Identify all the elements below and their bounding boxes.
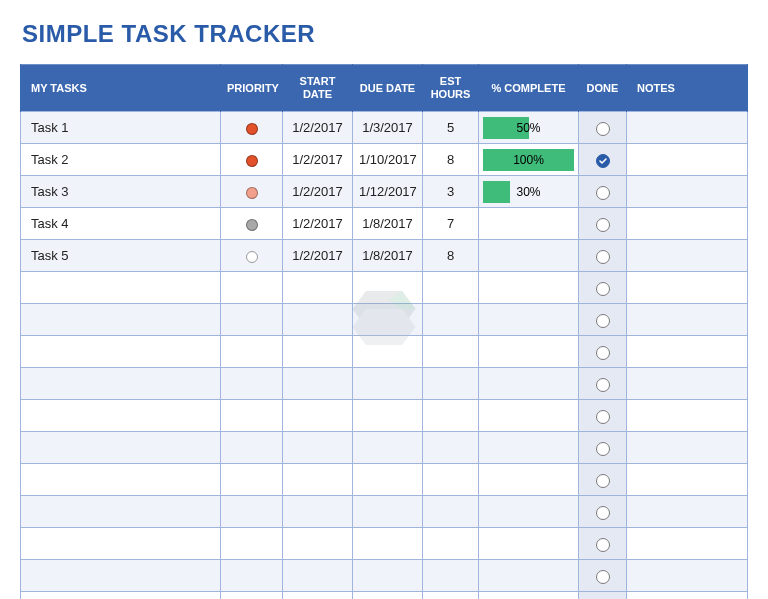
done-radio-icon[interactable]: [596, 282, 610, 296]
cell-percent-complete[interactable]: [479, 272, 579, 304]
cell-task[interactable]: [21, 560, 221, 592]
cell-est-hours[interactable]: [423, 528, 479, 560]
cell-start-date[interactable]: 1/2/2017: [283, 112, 353, 144]
cell-est-hours[interactable]: 8: [423, 144, 479, 176]
cell-priority[interactable]: [221, 304, 283, 336]
cell-notes[interactable]: [627, 368, 748, 400]
cell-notes[interactable]: [627, 112, 748, 144]
cell-due-date[interactable]: 1/10/2017: [353, 144, 423, 176]
cell-due-date[interactable]: [353, 272, 423, 304]
cell-notes[interactable]: [627, 432, 748, 464]
cell-done[interactable]: [579, 144, 627, 176]
cell-start-date[interactable]: [283, 496, 353, 528]
cell-percent-complete[interactable]: [479, 304, 579, 336]
cell-task[interactable]: Task 2: [21, 144, 221, 176]
cell-task[interactable]: [21, 432, 221, 464]
cell-est-hours[interactable]: [423, 464, 479, 496]
cell-task[interactable]: [21, 304, 221, 336]
done-radio-icon[interactable]: [596, 314, 610, 328]
cell-due-date[interactable]: [353, 464, 423, 496]
done-checked-icon[interactable]: [596, 154, 610, 168]
cell-done[interactable]: [579, 432, 627, 464]
cell-start-date[interactable]: [283, 368, 353, 400]
cell-percent-complete[interactable]: [479, 464, 579, 496]
cell-percent-complete[interactable]: [479, 496, 579, 528]
cell-percent-complete[interactable]: [479, 400, 579, 432]
done-radio-icon[interactable]: [596, 122, 610, 136]
cell-start-date[interactable]: [283, 592, 353, 599]
done-radio-icon[interactable]: [596, 346, 610, 360]
cell-done[interactable]: [579, 400, 627, 432]
cell-task[interactable]: [21, 592, 221, 599]
cell-start-date[interactable]: [283, 336, 353, 368]
cell-task[interactable]: [21, 272, 221, 304]
cell-percent-complete[interactable]: 50%: [479, 112, 579, 144]
cell-due-date[interactable]: [353, 400, 423, 432]
cell-priority[interactable]: [221, 400, 283, 432]
cell-done[interactable]: [579, 560, 627, 592]
cell-due-date[interactable]: 1/8/2017: [353, 208, 423, 240]
cell-priority[interactable]: [221, 144, 283, 176]
cell-notes[interactable]: [627, 400, 748, 432]
done-radio-icon[interactable]: [596, 570, 610, 584]
cell-task[interactable]: [21, 400, 221, 432]
cell-est-hours[interactable]: [423, 496, 479, 528]
cell-due-date[interactable]: [353, 368, 423, 400]
cell-notes[interactable]: [627, 560, 748, 592]
cell-priority[interactable]: [221, 176, 283, 208]
cell-notes[interactable]: [627, 272, 748, 304]
cell-notes[interactable]: [627, 464, 748, 496]
cell-done[interactable]: [579, 464, 627, 496]
done-radio-icon[interactable]: [596, 474, 610, 488]
cell-priority[interactable]: [221, 496, 283, 528]
cell-notes[interactable]: [627, 208, 748, 240]
cell-done[interactable]: [579, 208, 627, 240]
cell-percent-complete[interactable]: [479, 368, 579, 400]
cell-start-date[interactable]: [283, 528, 353, 560]
cell-percent-complete[interactable]: [479, 592, 579, 599]
cell-notes[interactable]: [627, 336, 748, 368]
cell-priority[interactable]: [221, 208, 283, 240]
cell-due-date[interactable]: 1/3/2017: [353, 112, 423, 144]
cell-done[interactable]: [579, 112, 627, 144]
cell-priority[interactable]: [221, 432, 283, 464]
cell-start-date[interactable]: [283, 432, 353, 464]
cell-due-date[interactable]: [353, 560, 423, 592]
cell-due-date[interactable]: 1/8/2017: [353, 240, 423, 272]
done-radio-icon[interactable]: [596, 378, 610, 392]
done-radio-icon[interactable]: [596, 410, 610, 424]
cell-percent-complete[interactable]: 100%: [479, 144, 579, 176]
done-radio-icon[interactable]: [596, 442, 610, 456]
cell-est-hours[interactable]: [423, 560, 479, 592]
cell-done[interactable]: [579, 528, 627, 560]
cell-percent-complete[interactable]: [479, 432, 579, 464]
cell-priority[interactable]: [221, 528, 283, 560]
cell-est-hours[interactable]: [423, 592, 479, 599]
cell-task[interactable]: [21, 528, 221, 560]
cell-priority[interactable]: [221, 272, 283, 304]
cell-percent-complete[interactable]: [479, 208, 579, 240]
cell-due-date[interactable]: [353, 336, 423, 368]
cell-task[interactable]: [21, 464, 221, 496]
cell-done[interactable]: [579, 176, 627, 208]
cell-due-date[interactable]: [353, 304, 423, 336]
cell-task[interactable]: [21, 336, 221, 368]
cell-notes[interactable]: [627, 528, 748, 560]
cell-priority[interactable]: [221, 336, 283, 368]
done-radio-icon[interactable]: [596, 186, 610, 200]
cell-task[interactable]: Task 3: [21, 176, 221, 208]
cell-start-date[interactable]: [283, 464, 353, 496]
cell-percent-complete[interactable]: 30%: [479, 176, 579, 208]
done-radio-icon[interactable]: [596, 506, 610, 520]
cell-priority[interactable]: [221, 368, 283, 400]
cell-est-hours[interactable]: 7: [423, 208, 479, 240]
cell-est-hours[interactable]: 8: [423, 240, 479, 272]
cell-task[interactable]: Task 4: [21, 208, 221, 240]
cell-est-hours[interactable]: [423, 368, 479, 400]
cell-start-date[interactable]: [283, 560, 353, 592]
cell-due-date[interactable]: [353, 528, 423, 560]
cell-est-hours[interactable]: [423, 272, 479, 304]
cell-done[interactable]: [579, 368, 627, 400]
cell-est-hours[interactable]: 5: [423, 112, 479, 144]
cell-done[interactable]: [579, 272, 627, 304]
